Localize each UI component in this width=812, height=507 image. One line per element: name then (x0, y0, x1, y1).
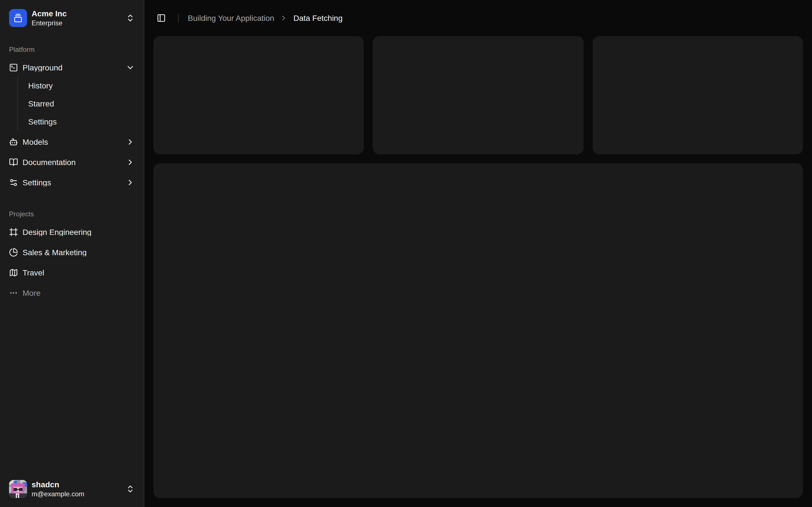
menu-item-sales-marketing-wrapper: Sales & Marketing (4, 243, 139, 262)
map-icon (9, 268, 18, 277)
nav-group-platform: Platform Playground History (0, 36, 144, 196)
placeholder-card-2 (373, 36, 583, 154)
menu-item-settings-wrapper: Settings (4, 173, 139, 191)
sidebar-item-label: Playground (22, 64, 121, 71)
sidebar-item-more[interactable]: More (4, 284, 139, 302)
ellipsis-icon (9, 288, 18, 297)
panel-left-icon (157, 13, 166, 22)
frame-icon (9, 228, 18, 237)
team-switcher-button[interactable]: Acme Inc Enterprise (4, 4, 139, 32)
chevrons-up-down-icon (126, 485, 135, 494)
submenu-item: History (24, 78, 139, 94)
sidebar-item-label: Documentation (22, 158, 121, 166)
menu-item-more-wrapper: More (4, 284, 139, 302)
sliders-icon (9, 178, 18, 187)
chevron-right-icon (126, 178, 135, 187)
breadcrumb: Building Your Application Data Fetching (188, 13, 343, 22)
menu-item-documentation-wrapper: Documentation (4, 153, 139, 171)
chevrons-up-down-icon (126, 13, 135, 22)
sidebar-item-design-engineering[interactable]: Design Engineering (4, 223, 139, 241)
sidebar-item-label: More (22, 289, 135, 297)
app-root: Acme Inc Enterprise Platform Playground (0, 0, 812, 507)
user-meta: shadcn m@example.com (32, 480, 121, 498)
submenu-item: Settings (24, 114, 139, 129)
terminal-square-icon (9, 63, 18, 72)
breadcrumb-current-page: Data Fetching (294, 13, 343, 22)
chevron-right-icon (126, 137, 135, 147)
bot-icon (9, 137, 18, 147)
placeholder-card-1 (153, 36, 364, 154)
menu-item-design-engineering-wrapper: Design Engineering (4, 223, 139, 241)
platform-menu: Playground History Starred (4, 59, 139, 191)
chevron-down-icon (126, 63, 135, 72)
group-label-platform: Platform (4, 41, 139, 59)
gallery-vertical-end-icon (13, 13, 22, 22)
sidebar-subitem-settings[interactable]: Settings (24, 114, 139, 129)
user-name: shadcn (32, 480, 121, 490)
avatar (9, 480, 27, 498)
pie-chart-icon (9, 248, 18, 257)
sidebar-item-label: Settings (22, 179, 121, 186)
topbar: Building Your Application Data Fetching (144, 0, 812, 36)
sidebar-header: Acme Inc Enterprise (0, 0, 144, 36)
placeholder-card-3 (592, 36, 803, 154)
menu-item-travel-wrapper: Travel (4, 264, 139, 282)
vertical-separator (178, 13, 179, 22)
main-area: Building Your Application Data Fetching (144, 0, 812, 507)
sidebar: Acme Inc Enterprise Platform Playground (0, 0, 144, 507)
nav-group-projects: Projects Design Engineering Sales & Mark… (0, 201, 144, 306)
sidebar-item-settings[interactable]: Settings (4, 173, 139, 191)
sidebar-content: Platform Playground History (0, 36, 144, 471)
projects-menu: Design Engineering Sales & Marketing Tra… (4, 223, 139, 302)
chevron-right-icon (126, 158, 135, 167)
group-label-projects: Projects (4, 205, 139, 223)
user-email: m@example.com (32, 490, 121, 498)
submenu-item: Starred (24, 96, 139, 112)
placeholder-cards-row (153, 36, 803, 154)
sidebar-item-label: Models (22, 138, 121, 146)
sidebar-toggle-button[interactable] (153, 10, 169, 26)
user-menu-button[interactable]: shadcn m@example.com (4, 475, 139, 503)
page-content (144, 36, 812, 507)
sidebar-subitem-history[interactable]: History (24, 78, 139, 94)
sidebar-footer: shadcn m@example.com (0, 471, 144, 507)
sidebar-item-label: Travel (22, 269, 135, 277)
breadcrumb-chevron-icon (280, 14, 288, 22)
menu-item-models-wrapper: Models (4, 133, 139, 151)
sidebar-item-sales-marketing[interactable]: Sales & Marketing (4, 243, 139, 262)
book-open-icon (9, 158, 18, 167)
menu-item-playground-wrapper: Playground History Starred (4, 59, 139, 131)
sidebar-item-models[interactable]: Models (4, 133, 139, 151)
sidebar-item-documentation[interactable]: Documentation (4, 153, 139, 171)
sidebar-item-playground[interactable]: Playground (4, 59, 139, 76)
breadcrumb-parent-link[interactable]: Building Your Application (188, 13, 274, 22)
team-meta: Acme Inc Enterprise (32, 9, 121, 27)
sidebar-item-travel[interactable]: Travel (4, 264, 139, 282)
team-plan: Enterprise (32, 19, 121, 27)
playground-submenu: History Starred Settings (17, 76, 139, 131)
avatar-image (9, 480, 27, 498)
placeholder-card-main (153, 163, 803, 498)
sidebar-item-label: Design Engineering (22, 228, 135, 236)
team-logo (9, 9, 27, 27)
sidebar-item-label: Sales & Marketing (22, 248, 135, 256)
sidebar-subitem-starred[interactable]: Starred (24, 96, 139, 112)
team-name: Acme Inc (32, 9, 121, 18)
